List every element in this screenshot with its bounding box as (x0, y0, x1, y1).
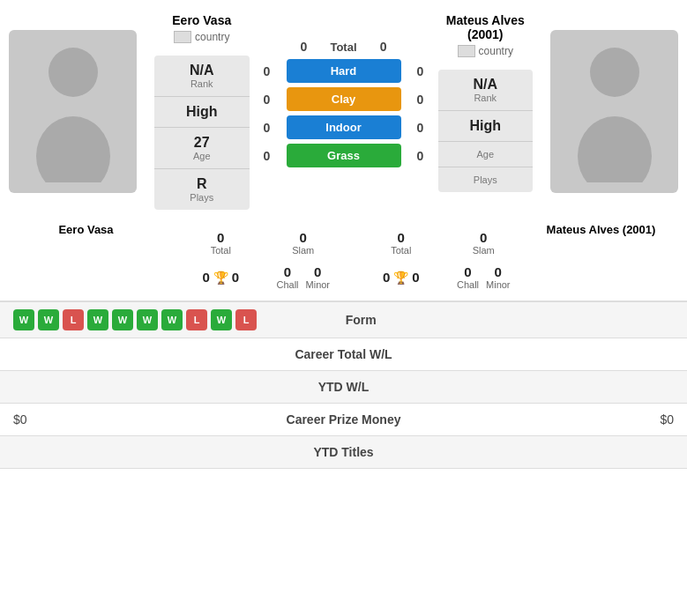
left-mast-val: 0 (202, 270, 209, 285)
left-rank-lbl: Rank (190, 78, 213, 89)
right-player-name: Mateus Alves (2001) (438, 13, 534, 41)
left-rank-val: N/A (190, 63, 214, 78)
grass-button[interactable]: Grass (287, 144, 401, 167)
right-player-stats: Mateus Alves (2001) country N/A Rank Hig… (429, 9, 542, 214)
form-badge-3: W (87, 309, 108, 330)
left-chall-val: 0 (276, 264, 298, 279)
left-trophy-icon: 🏆 (213, 271, 228, 285)
right-mast-val: 0 (383, 270, 390, 285)
total-label: Total (330, 41, 356, 54)
right-player-photo (550, 30, 678, 193)
stats-row-3: YTD Titles (0, 436, 687, 469)
right-slam-lbl: Slam (445, 245, 523, 256)
left-slam-val: 0 (265, 230, 342, 245)
surface-row-grass: 0 Grass 0 (258, 144, 429, 167)
surface-row-clay: 0 Clay 0 (258, 87, 429, 111)
right-chall-cell: 0 Chall 0 Minor (444, 261, 525, 293)
right-chall-val: 0 (457, 264, 479, 279)
right-player-photo-col (541, 9, 687, 214)
left-info-box: N/A Rank High 27 Age R Plays (154, 56, 250, 210)
left-main-val: 0 (232, 270, 239, 285)
clay-button[interactable]: Clay (287, 87, 401, 111)
surface-row-indoor: 0 Indoor 0 (258, 115, 429, 139)
right-country-label: country (479, 45, 513, 57)
grass-score-left: 0 (258, 149, 276, 163)
left-slam-cell: 0 Slam (263, 226, 344, 259)
hard-button[interactable]: Hard (287, 59, 401, 83)
right-country-row: country (438, 45, 534, 57)
surface-row-hard: 0 Hard 0 (258, 59, 429, 83)
indoor-button[interactable]: Indoor (287, 115, 401, 139)
right-total-cell: 0 Total (361, 226, 442, 259)
total-score-left: 0 (295, 40, 312, 54)
left-stat-grid: 0 Total 0 Slam 0 🏆 0 0 Chall (181, 226, 344, 293)
indoor-score-right: 0 (412, 121, 429, 135)
hard-score-left: 0 (258, 64, 276, 78)
right-rank-row: N/A Rank (438, 70, 534, 111)
name-labels-row: Eero Vasa 0 Total 0 Slam 0 🏆 0 (0, 223, 687, 301)
right-minor-lbl: Minor (486, 279, 511, 290)
form-label: Form (257, 313, 466, 327)
svg-point-3 (578, 116, 652, 182)
left-total-val: 0 (183, 230, 260, 245)
left-high-row: High (154, 97, 250, 128)
right-total-lbl: Total (362, 245, 440, 256)
svg-point-2 (590, 48, 639, 97)
total-score-right: 0 (375, 40, 392, 54)
left-country-flag-icon (174, 31, 191, 43)
stats-rows-container: Career Total W/LYTD W/L$0Career Prize Mo… (0, 338, 687, 469)
right-slam-cell: 0 Slam (444, 226, 525, 259)
form-row: WWLWWWWLWL Form (0, 302, 687, 338)
form-badge-5: W (137, 309, 158, 330)
left-player-photo (9, 30, 137, 193)
clay-score-left: 0 (258, 93, 276, 107)
left-minor-val: 0 (306, 264, 331, 279)
left-slam-lbl: Slam (265, 245, 342, 256)
grass-score-right: 0 (412, 149, 429, 163)
form-badge-9: L (235, 309, 257, 330)
left-player-name: Eero Vasa (154, 13, 250, 27)
right-plays-row: Plays (438, 167, 534, 192)
stats-row-0: Career Total W/L (0, 338, 687, 371)
center-col: 0 Total 0 0 Hard 0 0 Clay 0 0 Indoor 0 0 (258, 9, 429, 214)
stats-row-center-1: YTD W/L (178, 380, 509, 394)
left-plays-val: R (197, 176, 207, 192)
right-main-val: 0 (412, 270, 419, 285)
left-plays-row: R Plays (154, 169, 250, 210)
stats-row-right-2: $0 (509, 412, 674, 427)
right-stat-grid: 0 Total 0 Slam 0 🏆 0 0 Chall (361, 226, 524, 293)
right-age-lbl: Age (476, 149, 494, 160)
svg-point-1 (36, 116, 110, 182)
left-name-below-photo: Eero Vasa (9, 223, 163, 293)
right-info-box: N/A Rank High Age Plays (438, 70, 534, 192)
bottom-section: WWLWWWWLWL Form Career Total W/LYTD W/L$… (0, 301, 687, 469)
left-age-val: 27 (194, 135, 210, 151)
left-chall-lbl: Chall (276, 279, 298, 290)
form-badge-0: W (13, 309, 34, 330)
stats-row-center-0: Career Total W/L (178, 347, 509, 361)
comparison-section: Eero Vasa country N/A Rank High 27 Age (0, 0, 687, 223)
right-trophy-icon: 🏆 (393, 271, 408, 285)
form-badge-1: W (38, 309, 59, 330)
left-total-cell: 0 Total (181, 226, 262, 259)
right-chall-lbl: Chall (457, 279, 479, 290)
stats-row-1: YTD W/L (0, 371, 687, 404)
stats-row-2: $0Career Prize Money$0 (0, 404, 687, 436)
right-name-below-photo: Mateus Alves (2001) (524, 223, 678, 293)
form-badges-left: WWLWWWWLWL (13, 309, 257, 330)
total-row: 0 Total 0 (258, 40, 429, 54)
right-rank-val: N/A (473, 77, 497, 93)
left-mast-cell: 0 🏆 0 (181, 261, 262, 293)
right-age-row: Age (438, 142, 534, 167)
left-country-row: country (154, 31, 250, 43)
left-high-val: High (186, 104, 218, 120)
left-player-photo-col (0, 9, 146, 214)
left-total-lbl: Total (183, 245, 260, 256)
main-container: Eero Vasa country N/A Rank High 27 Age (0, 0, 687, 616)
right-slam-val: 0 (445, 230, 523, 245)
right-mast-cell: 0 🏆 0 (361, 261, 442, 293)
left-age-row: 27 Age (154, 128, 250, 169)
hard-score-right: 0 (412, 64, 429, 78)
stats-row-center-2: Career Prize Money (178, 412, 509, 427)
left-plays-lbl: Plays (190, 192, 213, 203)
